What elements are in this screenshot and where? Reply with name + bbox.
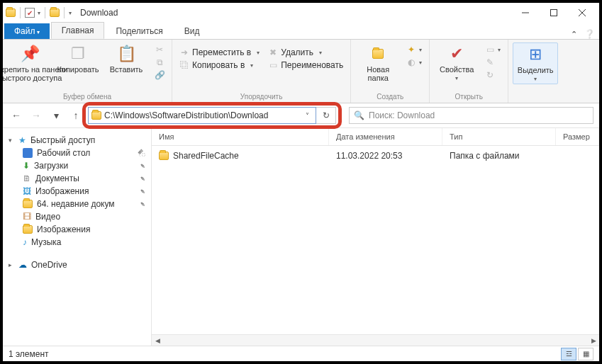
paste-shortcut-button[interactable]: 🔗 [152,69,167,81]
paste-shortcut-icon: 🔗 [155,70,165,80]
onedrive-icon: ☁ [18,260,27,270]
qat-separator [64,7,65,18]
up-button[interactable]: ↑ [68,108,84,123]
column-size[interactable]: Размер [556,128,599,145]
column-modified[interactable]: Дата изменения [329,128,442,145]
sidebar-item-pictures2[interactable]: Изображения [6,223,148,236]
sidebar-quick-access[interactable]: ▾ ★ Быстрый доступ [6,134,148,147]
documents-icon: 🗎 [23,174,31,183]
sidebar-item-pictures[interactable]: 🖼Изображения✒ [6,185,148,198]
copy-button[interactable]: ❐ Копировать [55,42,101,74]
edit-button[interactable]: ✎ [482,57,503,68]
easy-access-icon: ◐ [406,57,416,67]
copy-path-button[interactable]: ⧉ [152,57,167,68]
cut-button[interactable]: ✂ [152,44,167,55]
ribbon-tabs: Файл Главная Поделиться Вид ⌃ ❔ [3,23,599,40]
open-button[interactable]: ▭▾ [482,44,503,55]
pin-icon: ✒ [138,161,147,170]
minimize-button[interactable] [511,3,540,23]
maximize-button[interactable] [540,3,568,23]
properties-button[interactable]: ✔ Свойства ▾ [434,42,479,81]
history-icon: ↻ [485,70,495,80]
expand-icon: ▾ [9,137,14,144]
scroll-right-icon[interactable]: ▶ [588,335,599,346]
paste-button[interactable]: 📋 Вставить [104,42,149,74]
qat-folder-icon[interactable] [50,8,60,17]
sidebar-item-music[interactable]: ♪Музыка [6,236,148,249]
help-icon[interactable]: ❔ [584,29,595,39]
sidebar-item-desktop[interactable]: Рабочий стол�಼ [6,147,148,159]
tab-file[interactable]: Файл [4,23,50,39]
maximize-icon [550,9,557,16]
delete-icon: ✖ [268,47,278,57]
tab-home[interactable]: Главная [51,22,105,39]
forward-button[interactable]: → [28,108,44,123]
paste-icon: 📋 [117,44,136,64]
group-select: ⊞ Выделить ▾ [508,40,562,103]
search-placeholder: Поиск: Download [369,110,435,120]
open-icon: ▭ [485,45,495,55]
pin-icon: ✒ [138,174,147,183]
copy-path-icon: ⧉ [155,57,165,67]
app-folder-icon [6,8,16,17]
view-details-button[interactable]: ☲ [561,348,576,360]
history-dropdown[interactable]: ▾ [48,108,64,123]
content-area: ▾ ★ Быстрый доступ Рабочий стол�಼ ⬇Загру… [3,127,599,346]
move-to-button[interactable]: ➜Переместить в▾ [177,47,262,58]
qat-overflow-icon[interactable]: ▾ [69,10,72,16]
new-folder-icon [372,44,384,64]
group-open: ✔ Свойства ▾ ▭▾ ✎ ↻ Открыть [430,40,508,103]
history-button[interactable]: ↻ [482,69,503,81]
file-type: Папка с файлами [442,149,556,163]
column-headers: Имя Дата изменения Тип Размер [152,128,599,146]
table-row[interactable]: SharedFileCache 11.03.2022 20:53 Папка с… [152,146,599,166]
tab-view[interactable]: Вид [174,23,210,39]
column-name[interactable]: Имя [152,128,329,145]
horizontal-scrollbar[interactable]: ◀ ▶ [152,334,599,346]
delete-button[interactable]: ✖Удалить▾ [265,47,346,58]
sidebar-onedrive[interactable]: ▸ ☁ OneDrive [6,258,148,271]
window-title: Download [80,8,118,18]
refresh-button[interactable]: ↻ [316,107,336,124]
address-dropdown-icon[interactable]: ˅ [301,112,313,120]
pin-to-quick-access-button[interactable]: 📌 Закрепить на панели быстрого доступа [7,42,52,82]
chevron-down-icon: ▾ [455,75,458,81]
group-organize: ➜Переместить в▾ ⿻Копировать в▾ ✖Удалить▾… [172,40,351,103]
select-icon: ⊞ [529,45,542,64]
desktop-icon [23,148,33,158]
svg-rect-1 [551,10,557,16]
ribbon: 📌 Закрепить на панели быстрого доступа ❐… [3,40,599,103]
search-box[interactable]: 🔍 Поиск: Download [349,107,593,124]
view-icons-button[interactable]: ▦ [578,348,593,360]
back-button[interactable]: ← [9,108,24,123]
qat-dropdown-icon[interactable]: ▾ [38,10,40,16]
easy-access-button[interactable]: ◐▾ [403,57,425,68]
navigation-pane: ▾ ★ Быстрый доступ Рабочий стол�಼ ⬇Загру… [3,128,152,346]
qat-checkbox[interactable]: ✔ [25,8,35,18]
sidebar-item-downloads[interactable]: ⬇Загрузки✒ [6,159,148,172]
search-icon: 🔍 [354,110,364,120]
address-input[interactable] [104,110,299,120]
rename-button[interactable]: ▭Переименовать [265,59,346,71]
sidebar-item-videos[interactable]: 🎞Видео [6,210,148,223]
close-button[interactable] [568,3,596,23]
group-clipboard: 📌 Закрепить на панели быстрого доступа ❐… [3,40,172,103]
pin-icon: ✒ [138,199,147,208]
copy-icon: ❐ [71,44,85,64]
column-type[interactable]: Тип [442,128,556,145]
music-icon: ♪ [23,237,27,247]
ribbon-collapse-icon[interactable]: ⌃ [571,30,577,39]
select-button[interactable]: ⊞ Выделить ▾ [513,42,558,84]
file-size [556,149,599,163]
new-folder-button[interactable]: Новая папка [355,42,401,82]
file-list[interactable]: SharedFileCache 11.03.2022 20:53 Папка с… [152,146,599,334]
tab-share[interactable]: Поделиться [106,23,172,39]
sidebar-item-recent[interactable]: 64. недавние докум✒ [6,198,148,210]
sidebar-item-documents[interactable]: 🗎Документы✒ [6,172,148,185]
new-item-button[interactable]: ✦▾ [403,44,425,55]
downloads-icon: ⬇ [23,161,30,171]
copy-to-button[interactable]: ⿻Копировать в▾ [177,59,262,71]
edit-icon: ✎ [485,57,495,67]
address-bar[interactable]: ˅ [88,107,316,124]
scroll-left-icon[interactable]: ◀ [152,335,163,346]
